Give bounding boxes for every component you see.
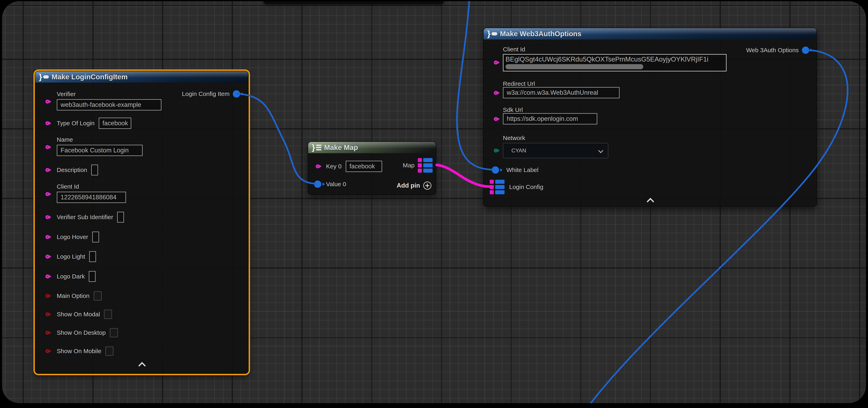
- make-map-icon: }: [312, 143, 321, 151]
- node-make-loginconfigitem[interactable]: } Make LoginConfigItem Verifier web3auth…: [35, 71, 249, 374]
- pin-login-config[interactable]: [490, 180, 504, 194]
- make-struct-icon: }: [39, 73, 49, 81]
- collapse-node-chevron-icon[interactable]: [647, 198, 654, 205]
- pin-label-logo-light: Logo Light: [57, 253, 85, 260]
- add-pin-plus-icon: [423, 181, 431, 190]
- node-title: Make Web3AuthOptions: [500, 30, 582, 38]
- pin-value-0[interactable]: [314, 180, 321, 188]
- pin-label-show-on-mobile: Show On Mobile: [57, 348, 101, 354]
- logo-dark-field[interactable]: [89, 271, 96, 282]
- pin-logo-dark[interactable]: [45, 274, 50, 278]
- pin-web3auth-options-output[interactable]: [802, 46, 809, 54]
- collapse-node-chevron-icon[interactable]: [138, 362, 146, 370]
- pin-label-value-0: Value 0: [326, 181, 346, 188]
- pin-client-id[interactable]: [45, 192, 50, 196]
- pin-label-sdk-url: Sdk Url: [503, 106, 523, 113]
- node-header-make-web3authoptions[interactable]: } Make Web3AuthOptions: [484, 28, 816, 39]
- pin-login-config-item-output[interactable]: [233, 90, 240, 98]
- pin-label-logo-dark: Logo Dark: [57, 273, 85, 280]
- pin-logo-light[interactable]: [45, 254, 50, 259]
- pin-label-login-config: Login Config: [509, 183, 543, 191]
- sdk-url-field[interactable]: https://sdk.openlogin.com: [503, 113, 597, 125]
- pin-main-option[interactable]: [45, 294, 50, 298]
- wire-map-to-loginconfig[interactable]: [436, 165, 490, 186]
- pin-map-output[interactable]: [418, 158, 433, 173]
- output-label-login-config-item: Login Config Item: [182, 91, 229, 97]
- pin-network[interactable]: [494, 148, 498, 152]
- add-pin-label: Add pin: [397, 182, 420, 189]
- client-id-scrollbar[interactable]: [505, 64, 643, 69]
- main-option-checkbox[interactable]: [94, 291, 102, 301]
- pin-sdk-url[interactable]: [494, 117, 498, 121]
- pin-label-client-id: Client Id: [503, 46, 525, 53]
- pin-show-on-desktop[interactable]: [45, 331, 50, 335]
- pin-description[interactable]: [45, 168, 50, 172]
- pin-label-verifier-sub-identifier: Verifier Sub Identifier: [57, 214, 113, 220]
- pin-verifier[interactable]: [45, 100, 50, 104]
- node-title: Make Map: [324, 143, 358, 151]
- description-field[interactable]: [91, 165, 98, 175]
- pin-label-type-of-login: Type Of Login: [57, 120, 95, 127]
- pin-key-0[interactable]: [316, 164, 320, 168]
- pin-show-on-modal[interactable]: [45, 312, 50, 316]
- node-title: Make LoginConfigItem: [52, 73, 128, 81]
- pin-show-on-mobile[interactable]: [45, 349, 50, 353]
- show-on-mobile-checkbox[interactable]: [105, 346, 114, 356]
- node-make-web3authoptions[interactable]: } Make Web3AuthOptions Web 3Auth Options…: [483, 28, 817, 207]
- pin-redirect-url[interactable]: [494, 91, 498, 95]
- pin-logo-hover[interactable]: [45, 235, 50, 239]
- pin-white-label[interactable]: [492, 166, 499, 174]
- output-label-map: Map: [403, 162, 414, 169]
- blueprint-graph-canvas[interactable]: } Make LoginConfigItem Verifier web3auth…: [2, 1, 866, 403]
- verifier-field[interactable]: web3auth-facebook-example: [57, 99, 161, 110]
- make-struct-icon: }: [487, 30, 497, 38]
- node-make-map[interactable]: } Make Map Key 0 facebook Map Value 0 Ad…: [308, 141, 436, 195]
- logo-light-field[interactable]: [89, 251, 96, 262]
- add-pin-button[interactable]: Add pin: [397, 181, 431, 190]
- logo-hover-field[interactable]: [92, 232, 99, 242]
- client-id-value: BEglQSgt4cUWcj6SKRdu5QkOXTsePmMcusG5EAoy…: [505, 56, 724, 63]
- network-dropdown[interactable]: CYAN: [503, 143, 608, 158]
- dropdown-chevron-icon: [598, 148, 603, 153]
- client-id-field[interactable]: 1222658941886084: [57, 192, 126, 203]
- pin-type-of-login[interactable]: [45, 121, 50, 125]
- pin-label-redirect-url: Redirect Url: [503, 80, 535, 87]
- offscreen-node-bottom-edge[interactable]: [264, 1, 444, 4]
- pin-label-description: Description: [57, 167, 87, 173]
- verifier-sub-identifier-field[interactable]: [117, 212, 124, 223]
- pin-name[interactable]: [45, 145, 50, 149]
- pin-client-id[interactable]: [494, 61, 498, 65]
- pin-label-key-0: Key 0: [326, 163, 342, 170]
- redirect-url-field[interactable]: w3a://com.w3a.Web3AuthUnreal: [503, 87, 620, 98]
- node-header-make-loginconfigitem[interactable]: } Make LoginConfigItem: [35, 71, 248, 82]
- pin-label-logo-hover: Logo Hover: [57, 234, 88, 240]
- pin-label-client-id: Client Id: [57, 183, 126, 190]
- output-label-web3auth-options: Web 3Auth Options: [746, 47, 799, 54]
- pin-label-white-label: White Label: [506, 167, 538, 173]
- node-header-make-map[interactable]: } Make Map: [308, 142, 436, 153]
- key-0-field[interactable]: facebook: [346, 161, 382, 172]
- pin-label-name: Name: [57, 136, 143, 143]
- network-selected-value: CYAN: [512, 147, 526, 154]
- name-field[interactable]: Facebook Custom Login: [57, 145, 143, 156]
- show-on-desktop-checkbox[interactable]: [110, 328, 118, 337]
- pin-verifier-sub-identifier[interactable]: [45, 215, 50, 219]
- pin-label-show-on-modal: Show On Modal: [57, 311, 100, 318]
- pin-label-network: Network: [503, 135, 525, 141]
- pin-label-show-on-desktop: Show On Desktop: [57, 329, 106, 336]
- client-id-field[interactable]: BEglQSgt4cUWcj6SKRdu5QkOXTsePmMcusG5EAoy…: [503, 54, 726, 71]
- pin-label-verifier: Verifier: [57, 91, 161, 98]
- type-of-login-field[interactable]: facebook: [99, 117, 131, 129]
- show-on-modal-checkbox[interactable]: [104, 310, 112, 319]
- pin-label-main-option: Main Option: [57, 293, 90, 299]
